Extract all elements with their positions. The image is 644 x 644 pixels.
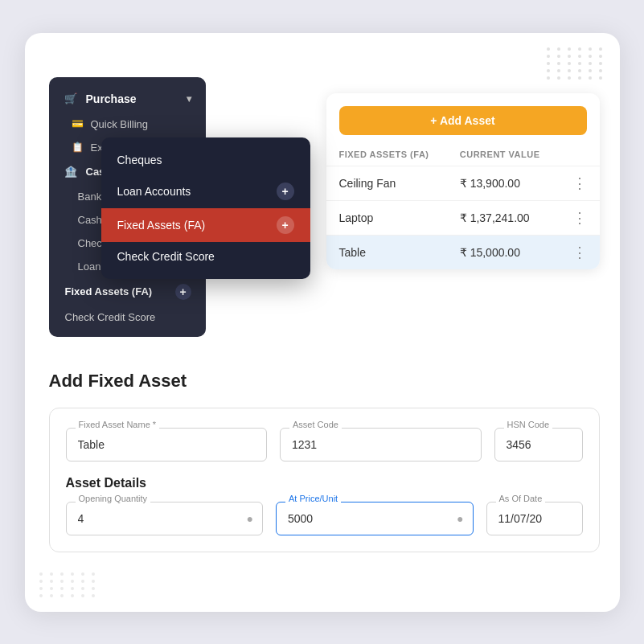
field-asset-code: Asset Code (280, 428, 482, 461)
fixed-assets-plus-icon[interactable]: + (175, 284, 191, 300)
asset-name-input[interactable] (66, 428, 268, 461)
form-card: Fixed Asset Name * Asset Code HSN Code A… (49, 408, 600, 552)
assets-panel: + Add Asset FIXED ASSETS (FA) CURRENT VA… (326, 93, 600, 269)
bank-icon: 🏦 (64, 165, 78, 179)
sidebar-check-credit[interactable]: Check Credit Score (49, 306, 206, 329)
fixed-assets-label: Fixed Assets (FA) (117, 219, 206, 232)
fixed-assets-plus-icon[interactable]: + (277, 216, 294, 234)
asset-name-2: Laptop (326, 200, 447, 235)
add-asset-button[interactable]: + Add Asset (339, 106, 587, 135)
sidebar-quick-billing[interactable]: 💳 Quick Billing (49, 113, 206, 136)
as-of-date-label: As Of Date (496, 494, 546, 503)
loan-sidebar-label: Loan (78, 260, 101, 273)
col-value-header: CURRENT VALUE (447, 143, 558, 166)
check-credit-sidebar-label: Check Credit Score (65, 311, 156, 323)
loan-accounts-plus-icon[interactable]: + (277, 183, 294, 200)
field-price-unit: At Price/Unit ● (276, 502, 474, 535)
form-area: Add Fixed Asset Fixed Asset Name * Asset… (49, 371, 600, 552)
table-row: Laptop ₹ 1,37,241.00 ⋮ (326, 200, 600, 235)
hsn-label: HSN Code (504, 420, 553, 429)
opening-qty-label: Opening Quantity (76, 494, 151, 503)
float-menu-loan-accounts[interactable]: Loan Accounts + (101, 174, 310, 208)
field-opening-qty: Opening Quantity ● (66, 502, 264, 535)
opening-qty-input[interactable] (66, 502, 264, 535)
fixed-assets-sidebar-label: Fixed Assets (FA) (65, 285, 153, 297)
form-row-2: Opening Quantity ● At Price/Unit ● As Of… (66, 502, 583, 535)
sidebar-fixed-assets[interactable]: Fixed Assets (FA) + (49, 278, 206, 306)
field-asset-name: Fixed Asset Name * (66, 428, 268, 461)
float-menu-cheques[interactable]: Cheques (101, 146, 310, 174)
form-title: Add Fixed Asset (49, 371, 600, 392)
circle-icon-2: ● (457, 512, 463, 525)
as-of-date-input[interactable] (486, 502, 583, 535)
row-menu-3[interactable]: ⋮ (557, 235, 599, 269)
cheques-label: Cheques (117, 154, 162, 166)
row-menu-2[interactable]: ⋮ (557, 200, 599, 235)
quick-billing-label: Quick Billing (91, 118, 149, 130)
field-as-of-date: As Of Date (486, 502, 583, 535)
assets-table: FIXED ASSETS (FA) CURRENT VALUE Ceiling … (326, 143, 600, 269)
credit-card-icon: 💳 (72, 118, 84, 129)
col-name-header: FIXED ASSETS (FA) (326, 143, 447, 166)
expenses-icon: 📋 (72, 142, 84, 153)
form-row-1: Fixed Asset Name * Asset Code HSN Code (66, 428, 583, 461)
sidebar-purchase[interactable]: 🛒 Purchase ▾ (49, 85, 206, 113)
price-unit-input[interactable] (276, 502, 474, 535)
asset-name-3: Table (326, 235, 447, 269)
table-row-highlighted: Table ₹ 15,000.00 ⋮ (326, 235, 600, 269)
asset-name-1: Ceiling Fan (326, 166, 447, 200)
float-menu: Cheques Loan Accounts + Fixed Assets (FA… (101, 137, 310, 279)
check-credit-label: Check Credit Score (117, 250, 215, 263)
cart-icon: 🛒 (64, 92, 78, 106)
field-hsn: HSN Code (494, 428, 583, 461)
float-menu-fixed-assets[interactable]: Fixed Assets (FA) + (101, 208, 310, 242)
purchase-label: Purchase (86, 92, 137, 105)
circle-icon: ● (247, 512, 253, 525)
asset-name-label: Fixed Asset Name * (76, 420, 160, 429)
dot-pattern-bl (39, 572, 98, 597)
asset-code-input[interactable] (280, 428, 482, 461)
cash2-label: Cash (78, 214, 102, 226)
main-card: 🛒 Purchase ▾ 💳 Quick Billing 📋 Expenses … (25, 33, 620, 612)
chec-label: Chec (78, 237, 102, 249)
bank-sub-label: Bank (78, 191, 102, 203)
price-unit-label: At Price/Unit (285, 494, 341, 503)
asset-code-label: Asset Code (289, 420, 342, 429)
asset-value-3: ₹ 15,000.00 (447, 235, 558, 269)
row-menu-1[interactable]: ⋮ (557, 166, 599, 200)
asset-value-2: ₹ 1,37,241.00 (447, 200, 558, 235)
hsn-input[interactable] (494, 428, 583, 461)
dot-pattern-tr (547, 47, 605, 80)
chevron-down-icon: ▾ (187, 93, 191, 105)
float-menu-check-credit[interactable]: Check Credit Score (101, 242, 310, 271)
asset-value-1: ₹ 13,900.00 (447, 166, 558, 200)
section-label: Asset Details (66, 476, 583, 490)
table-row: Ceiling Fan ₹ 13,900.00 ⋮ (326, 166, 600, 200)
loan-accounts-label: Loan Accounts (117, 185, 191, 198)
